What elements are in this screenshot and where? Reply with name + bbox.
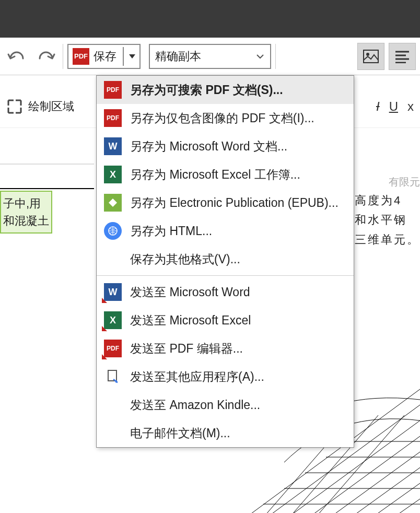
svg-point-1 <box>366 53 369 56</box>
rule-line <box>0 164 94 165</box>
send-arrow-icon <box>102 354 107 359</box>
draw-area-label: 绘制区域 <box>28 99 74 114</box>
strikethrough-button[interactable]: x <box>407 99 414 114</box>
menu-item-label: 另存为仅包含图像的 PDF 文档(I)... <box>130 110 314 126</box>
svg-line-11 <box>326 468 420 513</box>
menu-item-label: 另存为 Electronic Publication (EPUB)... <box>130 195 339 211</box>
menu-item-label: 发送至 PDF 编辑器... <box>130 341 243 357</box>
title-bar <box>0 0 420 38</box>
menu-item-label: 保存为其他格式(V)... <box>130 251 240 267</box>
image-icon <box>363 50 379 63</box>
draw-area-tool[interactable]: 绘制区域 <box>6 98 74 115</box>
menu-item[interactable]: 保存为其他格式(V)... <box>97 245 354 273</box>
menu-item-label: 电子邮件文档(M)... <box>130 425 230 441</box>
toolbar-divider <box>275 44 276 69</box>
menu-item[interactable]: 另存为 Electronic Publication (EPUB)... <box>97 189 354 217</box>
align-icon <box>394 50 410 63</box>
pdf-icon: PDF <box>104 109 122 127</box>
watermark-text: 有限元 <box>389 175 420 189</box>
rule-line <box>0 188 94 189</box>
chevron-down-icon <box>129 54 135 59</box>
menu-item-label: 另存为 Microsoft Excel 工作簿... <box>130 167 300 183</box>
svg-line-13 <box>368 499 420 513</box>
word-icon: W <box>104 137 122 155</box>
menu-item-label: 发送至 Microsoft Word <box>130 284 250 300</box>
save-dropdown-menu: PDF另存为可搜索 PDF 文档(S)...PDF另存为仅包含图像的 PDF 文… <box>96 75 354 448</box>
svg-line-12 <box>347 483 420 513</box>
underline-button[interactable]: U <box>389 99 398 114</box>
note-text: 子中,用 <box>3 195 49 212</box>
text-align-button[interactable] <box>389 43 416 70</box>
menu-item-label: 发送至其他应用程序(A)... <box>130 369 264 385</box>
send-arrow-icon <box>102 298 107 303</box>
save-label: 保存 <box>94 49 116 64</box>
epub-icon <box>104 194 122 212</box>
svg-rect-26 <box>108 370 116 381</box>
menu-item-label: 另存为可搜索 PDF 文档(S)... <box>130 82 283 98</box>
menu-item-label: 发送至 Microsoft Excel <box>130 312 251 329</box>
note-text: 和混凝土 <box>3 212 49 229</box>
menu-item-label: 另存为 HTML... <box>130 223 212 239</box>
undo-button[interactable] <box>4 44 29 69</box>
menu-item[interactable]: W发送至 Microsoft Word <box>97 278 354 306</box>
pdf-icon: PDF <box>104 81 122 99</box>
chevron-down-icon <box>255 52 265 61</box>
save-dropdown-toggle[interactable] <box>123 47 135 66</box>
italic-button[interactable]: I <box>376 99 380 114</box>
menu-item[interactable]: 电子邮件文档(M)... <box>97 419 354 447</box>
redo-button[interactable] <box>33 44 59 69</box>
menu-item[interactable]: PDF另存为仅包含图像的 PDF 文档(I)... <box>97 104 354 132</box>
format-select[interactable]: 精确副本 <box>149 44 271 69</box>
main-toolbar: PDF 保存 精确副本 <box>0 38 420 75</box>
html-icon <box>104 222 122 240</box>
format-selected-value: 精确副本 <box>155 49 201 64</box>
toolbar-divider <box>63 44 63 69</box>
menu-item[interactable]: PDF另存为可搜索 PDF 文档(S)... <box>97 76 354 104</box>
send-arrow-icon <box>102 326 107 331</box>
pdf-icon: PDF <box>73 48 89 65</box>
menu-item-label: 另存为 Microsoft Word 文档... <box>130 138 287 155</box>
menu-item[interactable]: X发送至 Microsoft Excel <box>97 306 354 334</box>
menu-item[interactable]: 另存为 HTML... <box>97 217 354 245</box>
save-split-button[interactable]: PDF 保存 <box>67 44 141 69</box>
menu-item[interactable]: W另存为 Microsoft Word 文档... <box>97 132 354 160</box>
draw-area-icon <box>6 98 23 115</box>
menu-item[interactable]: 发送至 Amazon Kindle... <box>97 391 354 419</box>
menu-item[interactable]: X另存为 Microsoft Excel 工作簿... <box>97 160 354 189</box>
menu-item-label: 发送至 Amazon Kindle... <box>130 397 260 413</box>
annotation-note[interactable]: 子中,用 和混凝土 <box>0 191 52 234</box>
image-mode-button[interactable] <box>357 43 384 70</box>
menu-item[interactable]: PDF发送至 PDF 编辑器... <box>97 334 354 363</box>
menu-divider <box>97 275 354 276</box>
menu-item[interactable]: 发送至其他应用程序(A)... <box>97 363 354 391</box>
excel-icon: X <box>104 166 122 183</box>
svg-rect-0 <box>364 50 378 63</box>
send-to-app-icon <box>104 368 122 386</box>
